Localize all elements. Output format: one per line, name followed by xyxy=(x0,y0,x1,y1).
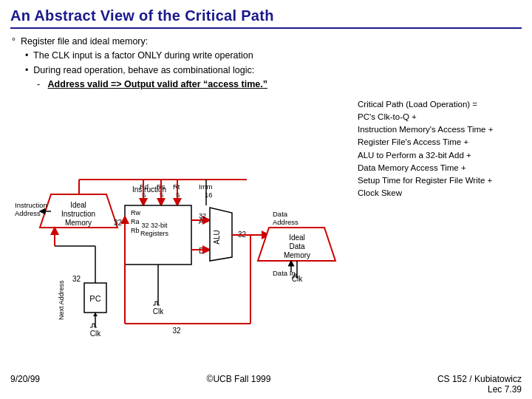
svg-text:Rd: Rd xyxy=(140,183,149,191)
footer-date: 9/20/99 xyxy=(10,374,40,395)
svg-text:32: 32 xyxy=(199,212,206,219)
bullet-main: ° Register file and ideal memory: xyxy=(12,35,522,49)
footer: 9/20/99 ©UCB Fall 1999 CS 152 / Kubiatow… xyxy=(10,374,522,395)
critical-path-line-1: Critical Path (Load Operation) = PC's Cl… xyxy=(358,98,522,200)
svg-text:32 32-bit: 32 32-bit xyxy=(141,222,168,229)
svg-text:32: 32 xyxy=(72,275,81,283)
svg-text:B: B xyxy=(199,247,204,255)
svg-text:PC: PC xyxy=(89,294,100,303)
svg-text:Clk: Clk xyxy=(153,307,164,316)
svg-text:Rw: Rw xyxy=(131,209,140,216)
bullet-sub2: • During read operation, behave as combi… xyxy=(25,64,522,78)
bullet-sub1: • The CLK input is a factor ONLY during … xyxy=(25,49,522,63)
main-content: Ideal Instruction Memory Instruction Add… xyxy=(10,98,522,342)
svg-text:Rt: Rt xyxy=(173,183,180,191)
right-panel: Critical Path (Load Operation) = PC's Cl… xyxy=(350,98,522,342)
bullet-subsub: - Address valid => Output valid after “a… xyxy=(37,78,522,92)
svg-text:Registers: Registers xyxy=(140,230,169,237)
title-bar: An Abstract View of the Critical Path xyxy=(10,7,522,29)
svg-text:Instruction: Instruction xyxy=(15,201,47,209)
svg-text:Ideal: Ideal xyxy=(70,201,86,209)
svg-text:Instruction: Instruction xyxy=(61,210,95,218)
svg-text:Memory: Memory xyxy=(65,219,92,227)
svg-text:Next Address: Next Address xyxy=(58,279,65,319)
svg-text:Rb: Rb xyxy=(131,227,140,234)
svg-text:Ra: Ra xyxy=(131,218,140,225)
bullet-section: ° Register file and ideal memory: • The … xyxy=(10,35,522,92)
page-container: An Abstract View of the Critical Path ° … xyxy=(0,0,532,399)
svg-text:Data: Data xyxy=(273,210,288,218)
footer-copyright: ©UCB Fall 1999 xyxy=(207,374,271,395)
svg-text:Clk: Clk xyxy=(90,330,101,338)
svg-text:Memory: Memory xyxy=(284,251,310,259)
footer-course: CS 152 / Kubiatowicz Lec 7.39 xyxy=(437,374,522,395)
svg-text:Data: Data xyxy=(289,242,305,250)
svg-text:Address: Address xyxy=(273,218,299,226)
diagram-area: Ideal Instruction Memory Instruction Add… xyxy=(10,98,350,342)
svg-text:Address: Address xyxy=(15,209,41,217)
svg-text:32: 32 xyxy=(114,219,123,227)
page-title: An Abstract View of the Critical Path xyxy=(10,7,274,24)
svg-text:ALU: ALU xyxy=(213,230,221,244)
diagram-svg: Ideal Instruction Memory Instruction Add… xyxy=(10,98,350,342)
svg-text:Ideal: Ideal xyxy=(289,233,305,242)
svg-text:32: 32 xyxy=(172,327,181,335)
